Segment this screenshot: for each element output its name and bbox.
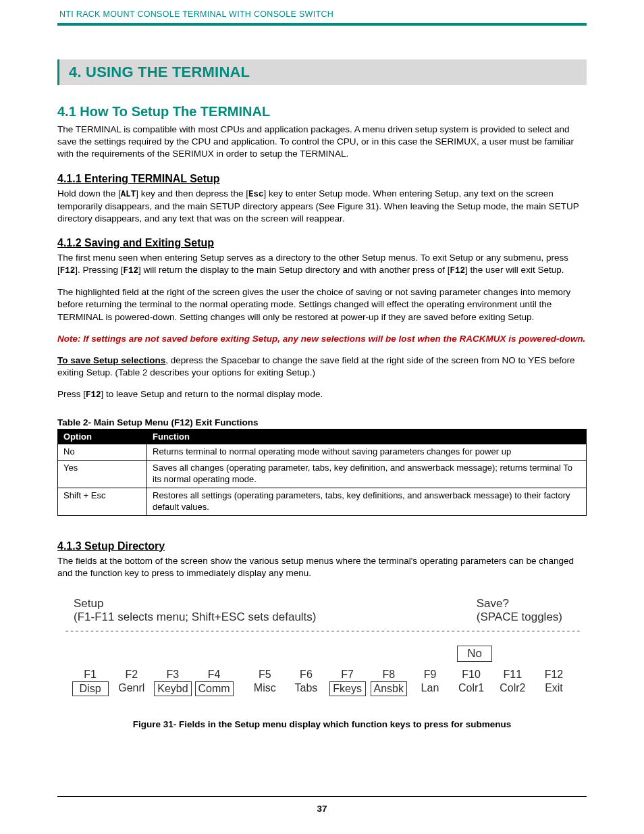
th-function: Function [147,429,587,444]
cell-function: Saves all changes (operating parameter, … [147,461,587,488]
cell-function: Returns terminal to normal operating mod… [147,444,587,461]
cell-function: Restores all settings (operating paramet… [147,488,587,515]
cell-option: Shift + Esc [58,488,147,515]
figure-31: Setup (F1-F11 selects menu; Shift+ESC se… [57,592,587,699]
fkey-fkeys: F7Fkeys [327,669,368,696]
table-row: No Returns terminal to normal operating … [58,444,587,461]
fkey-comm: F4Comm [194,669,235,696]
text: ]. Pressing [ [75,265,123,275]
p-413: The fields at the bottom of the screen s… [57,555,587,579]
th-option: Option [58,429,147,444]
fkey-number: F3 [152,669,193,681]
fkey-label: Misc [247,681,282,695]
table-row: Shift + Esc Restores all settings (opera… [58,488,587,515]
fkey-label: Keybd [154,681,191,696]
key-alt: ALT [121,190,136,199]
fkey-number: F10 [451,669,492,681]
fkey-number: F6 [286,669,327,681]
heading-4-1: 4.1 How To Setup The TERMINAL [57,104,587,120]
section-title: 4. USING THE TERMINAL [69,63,580,81]
fkey-keybd: F3Keybd [152,669,193,696]
p-412-3: Press [F12] to leave Setup and return to… [57,388,587,401]
key-f12: F12 [60,266,76,276]
fig-divider: ----------------------------------------… [64,625,580,636]
text: ] the user will exit Setup. [465,265,564,275]
fig-left: Setup (F1-F11 selects menu; Shift+ESC se… [74,597,317,624]
text: Hold down the [ [57,188,121,199]
heading-4-1-2: 4.1.2 Saving and Exiting Setup [57,237,587,249]
fkey-number: F5 [244,669,286,681]
fkey-colr1: F10Colr1 [451,669,492,696]
save-toggle-value: No [457,646,492,662]
fkey-label: Colr1 [454,681,489,695]
key-esc: Esc [248,190,264,199]
fkey-lan: F9Lan [409,669,450,696]
p-save: To save Setup selections, depress the Sp… [57,355,587,379]
cell-option: Yes [58,461,147,488]
fig-save-label: Save? [477,597,562,610]
exit-functions-table: Option Function No Returns terminal to n… [57,429,587,515]
intro-paragraph: The TERMINAL is compatible with most CPU… [57,124,587,161]
header-rule [57,23,587,26]
fkey-label: Exit [536,681,571,695]
text: ] will return the display to the main Se… [138,265,450,275]
fkey-number: F12 [533,669,574,681]
fkey-label: Fkeys [329,681,366,696]
text: Press [ [57,389,86,399]
fkey-disp: F1Disp [70,669,111,696]
table-caption: Table 2- Main Setup Menu (F12) Exit Func… [57,417,587,427]
footer-rule [57,796,587,797]
p-412-1: The first menu seen when entering Setup … [57,252,587,277]
fkey-label: Colr2 [495,681,530,695]
running-header: NTI RACK MOUNT CONSOLE TERMINAL WITH CON… [57,9,587,19]
fkey-row: F1DispF2GenrlF3KeybdF4CommF5MiscF6TabsF7… [64,669,580,699]
heading-4-1-1: 4.1.1 Entering TERMINAL Setup [57,173,587,185]
key-f12: F12 [86,390,101,400]
p-412-2: The highlighted field at the right of th… [57,286,587,323]
fkey-colr2: F11Colr2 [492,669,533,696]
fkey-number: F8 [368,669,409,681]
fkey-number: F2 [111,669,152,681]
fkey-ansbk: F8Ansbk [368,669,409,696]
fkey-number: F4 [194,669,235,681]
text: ] key and then depress the [ [136,188,248,199]
fkey-label: Disp [72,681,109,696]
fkey-number: F1 [70,669,111,681]
fkey-label: Comm [195,681,234,696]
save-underline: To save Setup selections [57,355,165,365]
fkey-genrl: F2Genrl [111,669,152,696]
fkey-tabs: F6Tabs [286,669,327,696]
fig-setup-label: Setup [74,597,317,610]
page-number: 37 [0,804,644,814]
fkey-label: Tabs [288,681,323,695]
p-411: Hold down the [ALT] key and then depress… [57,188,587,225]
fig-space-hint: (SPACE toggles) [477,610,562,624]
text: ] to leave Setup and return to the norma… [101,389,323,399]
key-f12: F12 [450,266,466,276]
fkey-exit: F12Exit [533,669,574,696]
fkey-misc: F5Misc [244,669,286,696]
fkey-label: Genrl [114,681,149,695]
key-f12: F12 [124,266,139,276]
heading-4-1-3: 4.1.3 Setup Directory [57,540,587,552]
cell-option: No [58,444,147,461]
fkey-number: F7 [327,669,368,681]
table-row: Yes Saves all changes (operating paramet… [58,461,587,488]
fkey-number: F11 [492,669,533,681]
fkey-label: Lan [412,681,448,695]
fig-right: Save? (SPACE toggles) [477,597,562,624]
section-bar: 4. USING THE TERMINAL [57,59,587,85]
fkey-number: F9 [409,669,450,681]
fig-hint: (F1-F11 selects menu; Shift+ESC sets def… [74,610,317,624]
warning-note: Note: If settings are not saved before e… [57,333,587,345]
figure-caption: Figure 31- Fields in the Setup menu disp… [57,719,587,729]
fkey-label: Ansbk [371,681,407,696]
